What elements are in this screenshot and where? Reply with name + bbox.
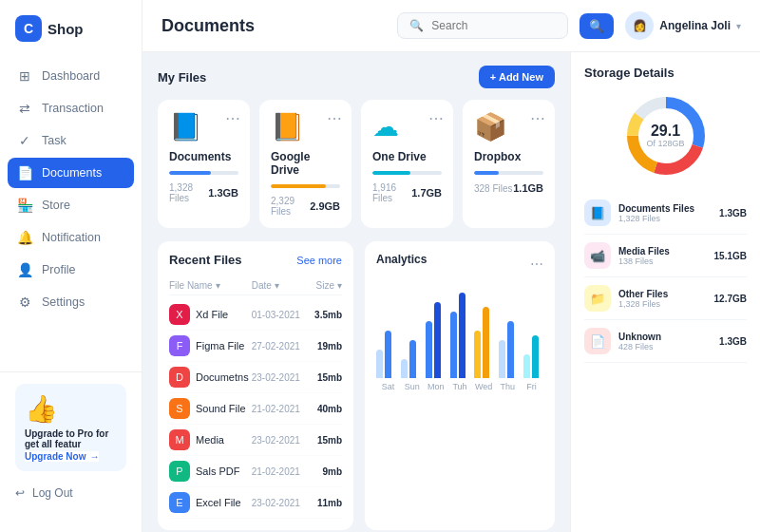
file-table: File Name ▾ Date ▾ Size ▾ [169,276,342,519]
card-files: 2,329 Files [271,196,310,217]
sidebar-item-settings[interactable]: ⚙ Settings [8,287,134,317]
storage-type-name: Unknown [618,332,712,342]
search-bar[interactable]: 🔍 [397,12,568,39]
logout-button[interactable]: ↩ Log Out [15,481,126,505]
storage-type-info: Documents Files 1,328 Files [618,203,712,223]
arrow-right-icon: → [89,451,99,462]
storage-type-size: 1.3GB [719,208,747,218]
sidebar-item-dashboard[interactable]: ⊞ Dashboard [8,61,134,91]
card-meta: 1,328 Files 1.3GB [169,182,238,203]
upgrade-now-button[interactable]: Upgrade Now → [25,451,99,462]
search-button[interactable]: 🔍 [580,13,614,39]
chart-bar [532,335,539,378]
chart-bar [426,321,432,378]
storage-type-info: Other Files 1,328 Files [618,289,707,309]
file-name: Sound File [196,403,246,414]
card-progress-bar [271,184,340,188]
storage-type-info: Media Files 138 Files [618,246,707,266]
upgrade-title: Upgrade to Pro for get all featur [25,428,117,449]
file-size: 3.5mb [314,310,342,320]
profile-icon: 👤 [17,262,32,277]
file-type-icon: S [169,398,190,419]
user-info[interactable]: 👩 Angelina Joli ▾ [625,11,741,40]
file-date: 23-02-2021 [252,372,314,383]
card-menu-icon[interactable]: ⋯ [530,109,545,127]
transaction-icon: ⇄ [17,101,32,116]
chart-bar-group [523,335,543,378]
card-name: Google Drive [271,150,340,177]
sidebar-item-label: Transaction [42,102,104,115]
file-name: Figma File [196,340,244,352]
table-row: S Sound File 21-02-2021 40mb [169,393,342,425]
chart-bar [499,340,505,378]
card-progress-bar [372,171,442,175]
card-progress-bar [474,171,543,175]
card-menu-icon[interactable]: ⋯ [428,109,444,127]
sidebar-item-label: Documents [42,166,102,180]
storage-type-name: Other Files [618,289,707,299]
card-files: 1,328 Files [169,182,208,203]
card-menu-icon[interactable]: ⋯ [225,109,240,127]
donut-label: 29.1 Of 128GB [646,124,684,148]
file-name: Media [196,434,224,446]
notification-icon: 🔔 [17,230,32,245]
storage-type-files: 1,328 Files [618,299,707,309]
file-size: 9mb [314,466,342,477]
file-type-icon: D [169,367,190,388]
chart-bar [474,331,481,378]
chart-bar [385,331,391,378]
documents-icon: 📄 [17,165,32,180]
storage-details-title: Storage Details [584,66,747,80]
file-name: Sals PDF [196,466,239,477]
card-meta: 328 Files 1.1GB [474,182,543,194]
table-row: P Sals PDF 21-02-2021 9mb [169,456,342,487]
sidebar-item-profile[interactable]: 👤 Profile [8,255,134,285]
chart-bar [401,359,408,378]
my-files-title: My Files [158,70,206,85]
analytics-title: Analytics [376,253,427,266]
search-input[interactable] [431,19,556,32]
analytics-more-icon[interactable]: ⋯ [530,256,543,272]
file-date: 23-02-2021 [252,435,314,446]
card-bar-fill [474,171,499,175]
storage-card-one-drive: ⋯ ☁ One Drive 1,916 Files 1.7GB [361,100,453,228]
content-area: My Files + Add New ⋯ 📘 Documents 1,328 F… [142,52,760,532]
storage-type-icon: 📘 [584,200,611,226]
card-meta: 1,916 Files 1.7GB [372,182,442,203]
table-row: D Documetns 23-02-2021 15mb [169,362,342,393]
storage-type-icon: 📁 [584,285,611,312]
chart-bar [450,312,457,378]
table-row: F Figma File 27-02-2021 19mb [169,331,342,362]
storage-type-size: 1.3GB [719,336,747,347]
chart-bar-group [426,302,446,378]
file-name: Xd File [196,309,228,320]
file-type-icon: F [169,335,190,356]
chart-bar-group [450,293,470,378]
sidebar-item-task[interactable]: ✓ Task [8,125,134,156]
sidebar-item-documents[interactable]: 📄 Documents [8,158,134,188]
storage-type-name: Media Files [618,246,707,256]
storage-card-google-drive: ⋯ 📙 Google Drive 2,329 Files 2.9GB [259,100,352,228]
logo-icon: C [15,15,42,42]
sort-icon: ▾ [337,280,342,291]
card-progress-bar [169,171,238,175]
sidebar-item-transaction[interactable]: ⇄ Transaction [8,93,134,124]
chart-bar [409,340,416,378]
col-size: Size ▾ [314,280,342,291]
sidebar-item-label: Dashboard [42,69,100,83]
add-new-button[interactable]: + Add New [479,66,555,88]
user-name: Angelina Joli [659,19,731,32]
sidebar-item-store[interactable]: 🏪 Store [8,190,134,220]
file-size: 15mb [314,372,342,383]
sidebar-item-notification[interactable]: 🔔 Notification [8,222,134,253]
file-date: 01-03-2021 [252,310,314,320]
card-menu-icon[interactable]: ⋯ [327,109,342,127]
storage-card-dropbox: ⋯ 📦 Dropbox 328 Files 1.1GB [463,100,555,228]
chart-day-label: Sat [376,382,400,391]
file-rows: X Xd File 01-03-2021 3.5mb F Figma File … [169,299,342,519]
chart-day-label: Fri [520,382,543,391]
storage-type-icon: 📄 [584,328,611,354]
chart-bar [507,321,514,378]
donut-number: 29.1 [646,124,684,139]
see-more-link[interactable]: See more [296,255,342,266]
